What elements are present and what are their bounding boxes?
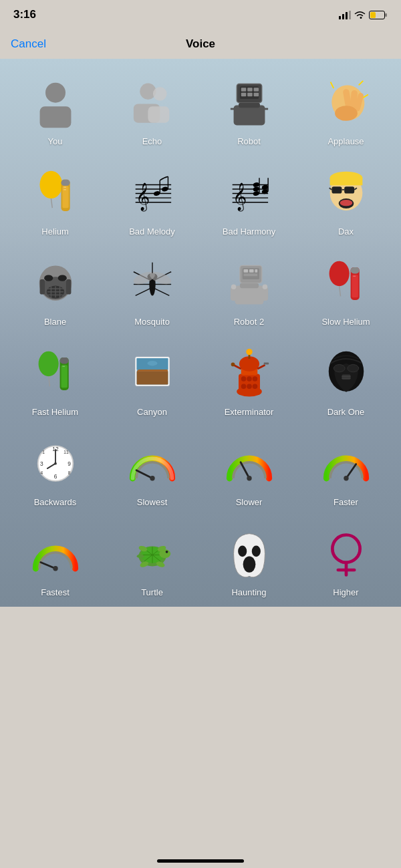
svg-point-116 bbox=[38, 351, 58, 377]
svg-rect-22 bbox=[239, 102, 260, 108]
higher-icon bbox=[316, 525, 376, 585]
helium-icon bbox=[25, 164, 86, 224]
svg-rect-102 bbox=[255, 269, 257, 273]
svg-rect-144 bbox=[263, 363, 269, 365]
svg-rect-37 bbox=[61, 180, 70, 186]
voice-item-bad-harmony[interactable]: 𝄞 Bad Harmony bbox=[200, 156, 297, 246]
voice-item-robot[interactable]: Robot bbox=[200, 65, 297, 156]
svg-rect-6 bbox=[370, 12, 376, 18]
svg-text:6: 6 bbox=[53, 473, 57, 480]
svg-point-78 bbox=[44, 275, 53, 281]
svg-rect-19 bbox=[247, 92, 253, 96]
voice-item-slowest[interactable]: Slowest bbox=[104, 426, 200, 517]
svg-point-147 bbox=[347, 364, 358, 372]
slowest-label: Slowest bbox=[137, 497, 168, 507]
svg-point-134 bbox=[241, 384, 246, 390]
svg-rect-12 bbox=[148, 106, 169, 122]
svg-line-163 bbox=[136, 470, 152, 478]
svg-point-58 bbox=[252, 186, 259, 192]
svg-point-136 bbox=[252, 384, 257, 390]
voice-item-you[interactable]: You bbox=[7, 65, 104, 156]
svg-line-32 bbox=[358, 80, 363, 85]
svg-text:𝄞: 𝄞 bbox=[135, 182, 149, 211]
svg-text:4: 4 bbox=[40, 470, 43, 474]
svg-text:9: 9 bbox=[68, 460, 71, 467]
svg-point-140 bbox=[246, 349, 252, 355]
svg-point-178 bbox=[165, 550, 168, 553]
bad-melody-label: Bad Melody bbox=[129, 227, 175, 237]
you-icon bbox=[25, 74, 86, 134]
home-indicator bbox=[157, 859, 244, 863]
voice-item-canyon[interactable]: Canyon bbox=[104, 336, 200, 426]
voice-item-dax[interactable]: Dax bbox=[297, 156, 394, 246]
nav-bar: Cancel Voice bbox=[0, 29, 401, 59]
robot-icon bbox=[219, 74, 279, 134]
slower-gauge-icon bbox=[219, 434, 279, 494]
svg-point-11 bbox=[152, 87, 166, 101]
svg-text:11: 11 bbox=[63, 449, 69, 454]
voice-item-fastest[interactable]: Fastest bbox=[7, 517, 104, 607]
bad-melody-icon: 𝄞 bbox=[122, 164, 182, 224]
voice-item-fast-helium[interactable]: Fast Helium bbox=[7, 336, 104, 426]
voice-item-slower[interactable]: Slower bbox=[200, 426, 297, 517]
svg-rect-114 bbox=[352, 275, 358, 297]
svg-point-79 bbox=[57, 275, 66, 281]
dark-one-label: Dark One bbox=[327, 407, 365, 417]
voice-item-mosquito[interactable]: Mosquito bbox=[104, 246, 200, 336]
voice-item-dark-one[interactable]: Dark One bbox=[297, 336, 394, 426]
turtle-icon bbox=[122, 525, 182, 585]
svg-rect-5 bbox=[385, 13, 387, 17]
svg-rect-1 bbox=[342, 14, 344, 19]
voice-item-applause[interactable]: Applause bbox=[297, 65, 394, 156]
voice-item-blane[interactable]: Blane bbox=[7, 246, 104, 336]
voice-grid-container: You Echo bbox=[0, 59, 401, 607]
voice-item-turtle[interactable]: Turtle bbox=[104, 517, 200, 607]
voice-item-bad-melody[interactable]: 𝄞 Bad Melody bbox=[104, 156, 200, 246]
svg-text:3: 3 bbox=[40, 460, 43, 467]
fast-helium-icon bbox=[25, 344, 86, 404]
robot-label: Robot bbox=[237, 136, 261, 146]
svg-rect-17 bbox=[253, 88, 259, 92]
voice-item-faster[interactable]: Faster bbox=[297, 426, 394, 517]
echo-icon bbox=[122, 74, 182, 134]
voice-item-exterminator[interactable]: Exterminator bbox=[200, 336, 297, 426]
svg-point-34 bbox=[39, 171, 62, 198]
blane-icon bbox=[25, 254, 86, 314]
svg-rect-73 bbox=[329, 178, 362, 185]
status-icons bbox=[339, 11, 388, 19]
robot2-label: Robot 2 bbox=[234, 317, 265, 327]
svg-point-110 bbox=[329, 261, 349, 287]
voice-item-slow-helium[interactable]: Slow Helium bbox=[297, 246, 394, 336]
svg-point-49 bbox=[161, 186, 168, 192]
svg-rect-65 bbox=[331, 186, 342, 193]
svg-rect-104 bbox=[235, 285, 263, 304]
voice-item-higher[interactable]: Higher bbox=[297, 517, 394, 607]
svg-text:8: 8 bbox=[68, 470, 70, 474]
svg-line-117 bbox=[48, 376, 49, 386]
svg-point-131 bbox=[241, 376, 246, 382]
voice-item-haunting[interactable]: Haunting bbox=[200, 517, 297, 607]
voice-item-backwards[interactable]: 12 6 3 9 11 1 8 4 Backwards bbox=[7, 426, 104, 517]
haunting-label: Haunting bbox=[231, 587, 266, 597]
svg-point-188 bbox=[332, 535, 360, 562]
cancel-button[interactable]: Cancel bbox=[11, 37, 46, 51]
svg-point-109 bbox=[262, 284, 267, 289]
svg-rect-66 bbox=[344, 186, 354, 193]
svg-rect-119 bbox=[59, 357, 68, 364]
faster-gauge-icon bbox=[316, 434, 376, 494]
svg-rect-113 bbox=[350, 267, 359, 273]
svg-line-167 bbox=[346, 464, 356, 478]
svg-text:𝄞: 𝄞 bbox=[232, 182, 246, 211]
you-label: You bbox=[48, 136, 63, 146]
svg-point-168 bbox=[344, 476, 348, 480]
svg-point-186 bbox=[251, 545, 260, 557]
voice-item-echo[interactable]: Echo bbox=[104, 65, 200, 156]
faster-label: Faster bbox=[333, 497, 358, 507]
svg-point-132 bbox=[247, 376, 252, 382]
backwards-icon: 12 6 3 9 11 1 8 4 bbox=[25, 434, 86, 494]
dark-one-icon bbox=[316, 344, 376, 404]
voice-item-helium[interactable]: Helium bbox=[7, 156, 104, 246]
slowest-gauge-icon bbox=[122, 434, 182, 494]
voice-item-robot2[interactable]: Robot 2 bbox=[200, 246, 297, 336]
applause-icon bbox=[316, 74, 376, 134]
